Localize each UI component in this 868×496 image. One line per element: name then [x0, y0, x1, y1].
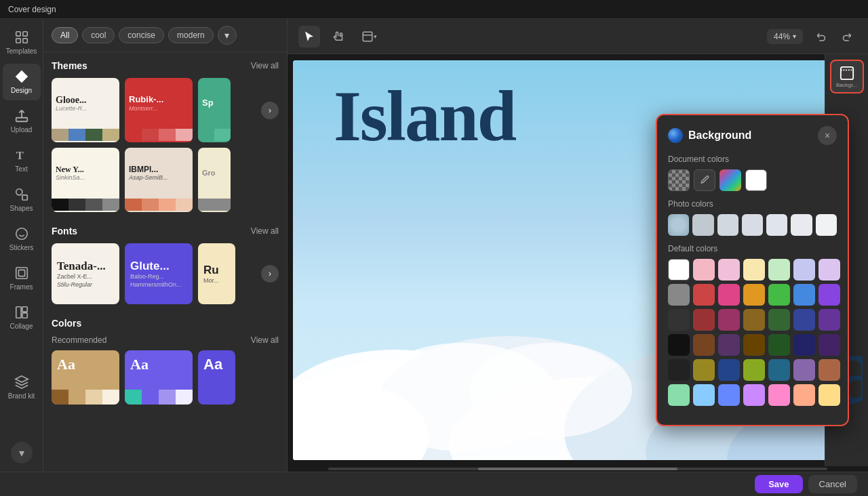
sidebar-item-templates[interactable]: Templates — [3, 24, 41, 61]
swatch-red-mid[interactable] — [693, 284, 715, 306]
swatch-white[interactable] — [668, 259, 690, 281]
photo-swatch-1[interactable] — [692, 214, 713, 236]
swatch-navy[interactable] — [793, 334, 815, 356]
swatch-gray-dark[interactable] — [668, 309, 690, 331]
swatch-green-dark[interactable] — [768, 309, 790, 331]
swatch-pink-light[interactable] — [693, 259, 715, 281]
photo-swatch-2[interactable] — [717, 214, 738, 236]
themes-next-button[interactable]: › — [261, 102, 279, 119]
select-tool-button[interactable] — [298, 26, 320, 47]
sidebar-item-brand[interactable]: Brand kit — [3, 369, 41, 406]
swatch-purple-mid[interactable] — [818, 284, 840, 306]
swatch-sky[interactable] — [693, 384, 715, 406]
swatch-mint[interactable] — [668, 384, 690, 406]
swatch-plum[interactable] — [793, 359, 815, 381]
sidebar-item-design[interactable]: Design — [3, 64, 41, 100]
colors-view-all[interactable]: View all — [251, 335, 279, 345]
save-button[interactable]: Save — [755, 475, 802, 493]
color-card-purple[interactable]: Aa — [125, 350, 193, 405]
swatch-sienna[interactable] — [818, 359, 840, 381]
swatch-purple-dark[interactable] — [818, 309, 840, 331]
background-icon-button[interactable]: Backgr... — [830, 60, 864, 94]
scrollbar-thumb[interactable] — [478, 468, 677, 470]
swatch-green-mid[interactable] — [768, 284, 790, 306]
bg-panel-close-button[interactable]: × — [818, 126, 837, 145]
photo-swatch-0[interactable] — [668, 214, 689, 236]
photo-swatch-3[interactable] — [742, 214, 763, 236]
swatch-amber-dark[interactable] — [743, 334, 765, 356]
cancel-button[interactable]: Cancel — [808, 475, 857, 493]
swatch-olive[interactable] — [693, 359, 715, 381]
themes-view-all[interactable]: View all — [251, 61, 279, 70]
swatch-hot-pink[interactable] — [768, 384, 790, 406]
chip-all[interactable]: All — [52, 27, 78, 43]
theme-card-sp[interactable]: Sp — [198, 78, 231, 142]
swatch-orange-mid[interactable] — [743, 284, 765, 306]
eyedropper-swatch[interactable] — [694, 169, 715, 191]
swatch-mauve[interactable] — [718, 334, 740, 356]
theme-card-glooe[interactable]: Glooe... Lucette-R... — [52, 78, 119, 142]
swatch-rose-dark[interactable] — [718, 309, 740, 331]
theme-card-newy[interactable]: New Y... SinkinSa... — [52, 148, 119, 212]
sidebar-item-upload[interactable]: Upload — [3, 103, 41, 140]
swatch-brown-dark[interactable] — [743, 309, 765, 331]
hand-tool-button[interactable] — [328, 26, 350, 47]
swatch-violet-light[interactable] — [743, 384, 765, 406]
chip-more-button[interactable]: ▾ — [218, 26, 237, 45]
swatch-forest[interactable] — [768, 334, 790, 356]
gradient-swatch[interactable] — [719, 169, 741, 191]
swatch-black-near[interactable] — [668, 334, 690, 356]
transparent-swatch[interactable] — [668, 169, 690, 191]
sidebar-item-text[interactable]: T Text — [3, 142, 41, 179]
fonts-next-button[interactable]: › — [261, 265, 279, 283]
swatch-indigo-dark[interactable] — [818, 334, 840, 356]
layout-tool-button[interactable]: ▾ — [358, 26, 380, 47]
font-card-ru[interactable]: Ru Mor... — [198, 243, 235, 304]
swatch-teal[interactable] — [768, 359, 790, 381]
sidebar-item-collage[interactable]: Collage — [3, 299, 41, 336]
photo-swatch-5[interactable] — [791, 214, 812, 236]
swatch-blue-dark[interactable] — [793, 309, 815, 331]
theme-card-ibm[interactable]: IBMPl... Asap-SemiB... — [125, 148, 193, 212]
sidebar-item-stickers[interactable]: Stickers — [3, 221, 41, 257]
more-button[interactable]: ▾ — [11, 442, 33, 463]
photo-swatch-4[interactable] — [766, 214, 787, 236]
sidebar-item-frames[interactable]: Frames — [3, 260, 41, 297]
chip-modern[interactable]: modern — [168, 27, 214, 43]
font-card-glute[interactable]: Glute... Baloo-Reg... HammersmithOn... — [125, 243, 193, 304]
swatch-steel[interactable] — [718, 359, 740, 381]
swatch-lime-dark[interactable] — [743, 359, 765, 381]
redo-button[interactable] — [835, 26, 857, 47]
sidebar-label-templates: Templates — [6, 47, 37, 56]
photo-swatch-6[interactable] — [816, 214, 837, 236]
color-card-partial[interactable]: Aa — [198, 350, 235, 405]
swatch-yellow-light[interactable] — [743, 259, 765, 281]
swatch-red-dark[interactable] — [693, 309, 715, 331]
colors-header: Colors — [52, 318, 279, 329]
theme-card-gro[interactable]: Gro — [198, 148, 231, 212]
swatch-green-light[interactable] — [768, 259, 790, 281]
swatch-pink-mid[interactable] — [718, 284, 740, 306]
chip-concise[interactable]: concise — [119, 27, 164, 43]
swatch-lavender[interactable] — [818, 259, 840, 281]
zoom-button[interactable]: 44% ▾ — [767, 29, 803, 44]
font-card-tenada[interactable]: Tenada-... Zacbel X-E... Stilu-Regular — [52, 243, 119, 304]
swatch-gray-mid[interactable] — [668, 284, 690, 306]
white-swatch[interactable] — [745, 169, 767, 191]
scrollbar-track[interactable] — [328, 468, 827, 470]
canvas-scrollbar[interactable] — [288, 466, 868, 472]
swatch-blue-mid[interactable] — [793, 284, 815, 306]
swatch-lemon[interactable] — [818, 384, 840, 406]
swatch-rose-light[interactable] — [718, 259, 740, 281]
chip-cool[interactable]: cool — [82, 27, 115, 43]
swatch-periwinkle[interactable] — [718, 384, 740, 406]
swatch-blue-light[interactable] — [793, 259, 815, 281]
color-card-brown[interactable]: Aa — [52, 350, 119, 405]
theme-card-rubik[interactable]: Rubik-... Montserr... — [125, 78, 193, 142]
swatch-charcoal[interactable] — [668, 359, 690, 381]
fonts-view-all[interactable]: View all — [251, 226, 279, 236]
swatch-brown-mid[interactable] — [693, 334, 715, 356]
undo-button[interactable] — [811, 26, 833, 47]
swatch-peach[interactable] — [793, 384, 815, 406]
sidebar-item-shapes[interactable]: Shapes — [3, 182, 41, 218]
